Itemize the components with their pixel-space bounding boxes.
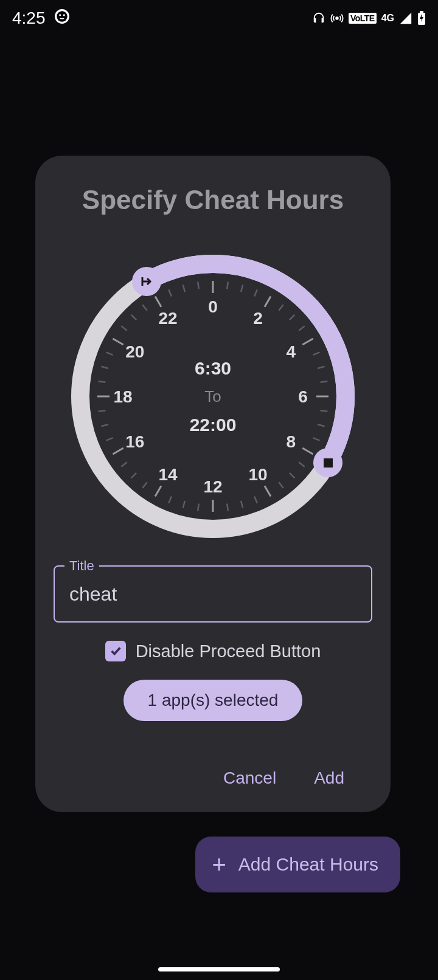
dialog-actions: Cancel Add — [55, 768, 371, 795]
svg-point-2 — [59, 14, 61, 16]
svg-line-32 — [227, 503, 228, 511]
apps-selected-chip[interactable]: 1 app(s) selected — [123, 680, 303, 721]
svg-line-44 — [99, 410, 106, 412]
cheat-hours-dialog: Specify Cheat Hours 0246810121416182022 … — [35, 156, 391, 812]
add-button[interactable]: Add — [314, 768, 344, 788]
battery-icon — [417, 11, 426, 26]
svg-point-4 — [336, 17, 338, 19]
title-field: Title — [54, 565, 372, 623]
svg-point-1 — [57, 11, 67, 21]
nav-handle[interactable] — [158, 967, 280, 971]
svg-text:18: 18 — [113, 387, 132, 406]
svg-line-20 — [320, 381, 327, 382]
svg-text:8: 8 — [286, 432, 296, 451]
status-left: 4:25 — [12, 9, 70, 29]
svg-text:14: 14 — [158, 465, 178, 484]
svg-line-22 — [320, 410, 327, 412]
svg-line-46 — [99, 381, 106, 382]
svg-text:10: 10 — [248, 465, 267, 484]
face-icon — [54, 9, 70, 29]
svg-text:2: 2 — [253, 309, 263, 328]
disable-proceed-label: Disable Proceed Button — [136, 641, 321, 661]
fab-label: Add Cheat Hours — [238, 854, 378, 875]
svg-line-34 — [198, 503, 199, 511]
svg-line-10 — [227, 282, 228, 289]
svg-text:0: 0 — [208, 297, 218, 316]
checkbox-icon[interactable] — [105, 641, 126, 661]
hotspot-icon — [330, 12, 344, 25]
signal-icon — [399, 12, 412, 25]
svg-line-56 — [198, 282, 199, 289]
add-cheat-hours-fab[interactable]: + Add Cheat Hours — [195, 837, 401, 892]
svg-text:4: 4 — [286, 342, 296, 361]
dialog-title: Specify Cheat Hours — [82, 185, 344, 215]
status-bar: 4:25 VoLTE 4G — [0, 0, 438, 36]
clock-end-handle[interactable] — [313, 448, 342, 477]
headphones-icon — [312, 12, 325, 25]
svg-point-3 — [63, 14, 64, 16]
status-right: VoLTE 4G — [312, 11, 426, 26]
clock-face: 0246810121416182022 — [71, 254, 355, 539]
title-input[interactable] — [54, 565, 372, 623]
title-field-label: Title — [64, 558, 99, 574]
svg-rect-6 — [420, 11, 423, 13]
disable-proceed-row[interactable]: Disable Proceed Button — [105, 641, 321, 661]
clock-range-picker[interactable]: 0246810121416182022 6:30 To 22:00 — [71, 254, 355, 539]
plus-icon: + — [212, 852, 226, 877]
status-time: 4:25 — [12, 9, 46, 28]
volte-badge: VoLTE — [349, 13, 377, 24]
svg-text:16: 16 — [125, 432, 144, 451]
cancel-button[interactable]: Cancel — [223, 768, 276, 788]
clock-start-handle[interactable] — [132, 267, 161, 296]
svg-text:12: 12 — [203, 477, 222, 496]
svg-text:6: 6 — [298, 387, 308, 406]
svg-text:22: 22 — [158, 309, 177, 328]
svg-text:20: 20 — [125, 342, 144, 361]
network-gen: 4G — [381, 14, 394, 22]
